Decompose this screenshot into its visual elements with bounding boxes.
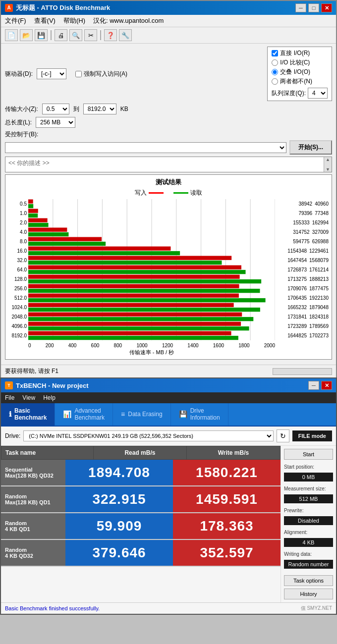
- atto-menubar: 文件(F) 查看(V) 帮助(H) 汉化: www.upantool.com: [1, 15, 336, 27]
- atto-value-pair: 594775626988: [275, 237, 329, 246]
- atto-status-scrollbars: [273, 368, 332, 375]
- atto-menu-localize: 汉化: www.upantool.com: [93, 16, 164, 25]
- txbench-minimize-btn[interactable]: ─: [308, 381, 319, 390]
- svg-rect-15: [28, 218, 48, 222]
- atto-start-button[interactable]: 开始(S)...: [289, 140, 332, 155]
- txbench-status-text: Basic Benchmark finished successfully.: [5, 605, 100, 611]
- atto-maximize-btn[interactable]: □: [308, 3, 319, 12]
- txbench-file-mode-btn[interactable]: FILE mode: [292, 430, 332, 441]
- atto-read-val: 1229461: [309, 248, 329, 254]
- atto-desc-scrollbar[interactable]: ▲ ▼: [324, 157, 332, 172]
- atto-x-axis-tick: 1800: [238, 343, 249, 348]
- atto-minimize-btn[interactable]: ─: [295, 3, 306, 12]
- txbench-close-btn[interactable]: ✕: [321, 381, 332, 390]
- atto-row-label: 128.0: [8, 274, 28, 284]
- txbench-menubar: File View Help: [1, 392, 336, 403]
- atto-hscrollbar[interactable]: [273, 368, 332, 375]
- atto-x-axis-label: 传输速率 - MB / 秒: [8, 349, 329, 356]
- atto-x-axis-tick: 400: [68, 343, 77, 348]
- svg-rect-18: [28, 232, 68, 236]
- atto-cross-io-row: 交叠 I/O(O): [272, 68, 328, 76]
- atto-preview-btn[interactable]: 🔍: [69, 29, 82, 41]
- atto-neither-radio[interactable]: [272, 78, 278, 85]
- atto-legend-read-line: [173, 192, 188, 194]
- atto-read-val: 40960: [315, 201, 329, 207]
- txbench-tab-erasing[interactable]: ≡ Data Erasing: [113, 403, 171, 426]
- atto-queue-select[interactable]: 4: [308, 88, 328, 99]
- atto-legend-write: 写入: [135, 189, 164, 197]
- txbench-read-cell: 59.909: [65, 513, 173, 539]
- atto-chart: 测试结果 写入 读取 0.51.02.04.08.016.032.064.012…: [5, 174, 332, 360]
- atto-value-pair: 17232891789569: [275, 322, 329, 331]
- atto-row-label: 1.0: [8, 209, 28, 218]
- atto-x-axis-tick: 1600: [213, 343, 224, 348]
- svg-rect-39: [28, 331, 231, 335]
- svg-rect-13: [28, 209, 38, 213]
- txbench-tab-advanced[interactable]: 📊 AdvancedBenchmark: [55, 403, 113, 426]
- svg-rect-27: [28, 275, 240, 279]
- atto-force-write-label: 强制写入访问(A): [84, 70, 127, 78]
- atto-title: 无标题 - ATTO Disk Benchmark: [16, 3, 110, 12]
- txbench-status-logo: 值 SMYZ.NET: [301, 605, 332, 612]
- atto-print-btn[interactable]: 🖨: [55, 29, 67, 41]
- txbench-table-header-row: Task name Read mB/s Write mB/s: [1, 446, 281, 459]
- atto-value-pair: 16474541568079: [275, 256, 329, 265]
- atto-io-compare-radio[interactable]: [272, 59, 278, 66]
- svg-rect-40: [28, 336, 238, 340]
- svg-rect-35: [28, 313, 242, 317]
- atto-toolbar-sep1: [51, 30, 52, 40]
- txbench-start-btn[interactable]: Start: [284, 449, 333, 460]
- atto-menu-file[interactable]: 文件(F): [5, 16, 26, 25]
- txbench-menu-help[interactable]: Help: [43, 394, 56, 401]
- atto-toolbar-sep2: [100, 30, 101, 40]
- atto-row-label: 256.0: [8, 284, 28, 293]
- atto-cross-io-radio[interactable]: [272, 69, 278, 75]
- txbench-tab-info-label: DriveInformation: [190, 407, 220, 422]
- atto-new-btn[interactable]: 📄: [5, 29, 18, 41]
- atto-write-val: 38942: [298, 201, 312, 207]
- atto-settings-btn[interactable]: 🔧: [119, 29, 132, 41]
- txbench-menu-file[interactable]: File: [5, 394, 14, 401]
- atto-force-write-check[interactable]: [75, 71, 82, 77]
- atto-menu-help[interactable]: 帮助(H): [63, 16, 85, 25]
- txbench-history-btn[interactable]: History: [284, 589, 333, 599]
- txbench-task-cell: SequentialMax(128 KB) QD32: [1, 460, 65, 485]
- txbench-drive-select[interactable]: (C:) NVMe INTEL SSDPEKNW01 249.19 GB (52…: [23, 430, 273, 441]
- atto-statusbar: 要获得帮助, 请按 F1: [1, 365, 336, 377]
- txbench-tab-info[interactable]: 💾 DriveInformation: [171, 403, 228, 426]
- txbench-col-task: Task name: [1, 446, 94, 459]
- atto-menu-view[interactable]: 查看(V): [34, 16, 56, 25]
- atto-cut-btn[interactable]: ✂: [84, 29, 97, 41]
- atto-controlled-select[interactable]: [5, 142, 286, 153]
- txbench-menu-view[interactable]: View: [22, 394, 35, 401]
- txbench-bench-row: Random4 KB QD1 59.909 178.363: [1, 513, 281, 540]
- atto-close-btn[interactable]: ✕: [321, 3, 332, 12]
- txbench-drive-refresh-btn[interactable]: ↻: [277, 429, 289, 442]
- atto-legend-write-label: 写入: [135, 189, 147, 197]
- atto-legend-read-label: 读取: [190, 189, 202, 197]
- atto-drive-select[interactable]: [-c-]: [37, 68, 66, 79]
- txbench-prewrite-value: Disabled: [284, 516, 333, 525]
- atto-row-label: 4096.0: [8, 322, 28, 331]
- atto-help-btn[interactable]: ❓: [104, 29, 117, 41]
- atto-direct-io-check[interactable]: [272, 50, 278, 56]
- atto-total-label: 总长度(L):: [5, 118, 32, 127]
- svg-rect-29: [28, 284, 239, 288]
- txbench-task-options-btn[interactable]: Task options: [284, 575, 333, 586]
- atto-total-select[interactable]: 256 MB: [36, 117, 75, 128]
- atto-transfer-from-select[interactable]: 0.5: [42, 104, 69, 114]
- atto-transfer-to-label: 到: [73, 105, 79, 113]
- txbench-alignment-value: 4 KB: [284, 538, 333, 547]
- atto-io-compare-row: I/O 比较(C): [272, 58, 328, 67]
- txbench-writing-data-label: Writing data:: [284, 551, 333, 557]
- atto-neither-label: 两者都不(N): [280, 77, 312, 86]
- atto-write-val: 155333: [293, 220, 309, 225]
- atto-save-btn[interactable]: 💾: [35, 29, 48, 41]
- atto-x-axis-tick: 1000: [136, 343, 147, 348]
- atto-open-btn[interactable]: 📂: [20, 29, 33, 41]
- atto-row-label: 1024.0: [8, 303, 28, 312]
- txbench-tab-basic[interactable]: ℹ BasicBenchmark: [1, 403, 55, 426]
- txbench-read-cell: 1894.708: [65, 460, 173, 485]
- atto-transfer-to-select[interactable]: 8192.0: [83, 104, 116, 114]
- atto-cross-io-label: 交叠 I/O(O): [280, 68, 310, 76]
